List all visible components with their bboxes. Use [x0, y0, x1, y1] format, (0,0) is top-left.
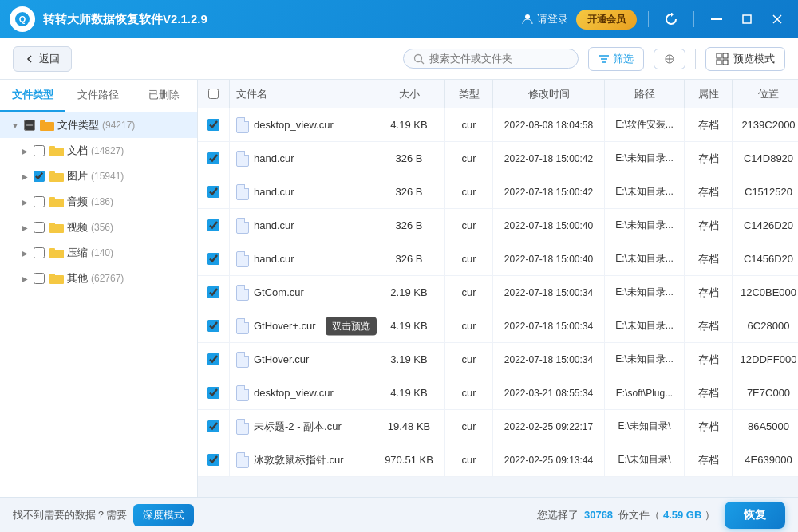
- filter-button[interactable]: 筛选: [588, 47, 644, 71]
- tree-item-img[interactable]: ▶ 图片 (15941): [0, 164, 197, 189]
- table-row[interactable]: hand.cur 326 B cur 2022-07-18 15:00:42 E…: [198, 142, 798, 175]
- tree-item-doc[interactable]: ▶ 文档 (14827): [0, 138, 197, 164]
- row-type-8: cur: [445, 376, 493, 409]
- row-checkbox-5[interactable]: [207, 286, 219, 298]
- table-row[interactable]: hand.cur 326 B cur 2022-07-18 15:00:40 E…: [198, 242, 798, 276]
- row-size-0: 4.19 KB: [373, 108, 445, 141]
- table-row[interactable]: desktop_view.cur 4.19 KB cur 2022-03-21 …: [198, 376, 798, 410]
- app-logo: Q: [10, 6, 35, 32]
- arrow-img: ▶: [19, 171, 30, 182]
- row-checkbox-4[interactable]: [207, 253, 219, 265]
- row-name-5: GtCom.cur: [230, 276, 373, 309]
- row-size-7: 3.19 KB: [373, 343, 445, 376]
- file-icon-2: [236, 184, 249, 200]
- minimize-button[interactable]: [705, 8, 728, 30]
- tab-deleted[interactable]: 已删除: [132, 80, 197, 112]
- row-name-2: hand.cur: [230, 175, 373, 208]
- check-audio[interactable]: [34, 196, 45, 207]
- row-check-2[interactable]: [198, 175, 230, 208]
- filename-7: GtHover.cur: [254, 353, 309, 365]
- titlebar-right: 请登录 开通会员: [521, 8, 788, 30]
- file-icon-4: [236, 251, 249, 267]
- select-all-checkbox[interactable]: [208, 89, 219, 99]
- row-checkbox-6[interactable]: [207, 320, 219, 332]
- row-time-7: 2022-07-18 15:00:34: [493, 343, 605, 376]
- maximize-button[interactable]: [736, 8, 758, 30]
- row-checkbox-7[interactable]: [207, 353, 219, 365]
- selected-size: 4.59 GB: [663, 509, 701, 521]
- arrow-doc: ▶: [19, 145, 30, 156]
- tree-item-other[interactable]: ▶ 其他 (62767): [0, 266, 197, 291]
- row-type-10: cur: [445, 443, 493, 476]
- row-name-0: desktop_view.cur: [230, 108, 373, 141]
- row-checkbox-2[interactable]: [207, 186, 219, 198]
- selected-unit: 份文件（: [618, 509, 660, 521]
- table-row[interactable]: GtCom.cur 2.19 KB cur 2022-07-18 15:00:3…: [198, 276, 798, 309]
- row-check-4[interactable]: [198, 242, 230, 275]
- row-attr-1: 存档: [685, 142, 733, 175]
- row-check-6[interactable]: [198, 309, 230, 342]
- preview-mode-button[interactable]: 预览模式: [705, 47, 785, 71]
- tree-item-video[interactable]: ▶ 视频 (356): [0, 215, 197, 240]
- check-other[interactable]: [34, 273, 45, 284]
- th-time: 修改时间: [493, 80, 605, 108]
- refresh-button[interactable]: [660, 8, 682, 30]
- row-check-8[interactable]: [198, 376, 230, 409]
- back-button[interactable]: 返回: [13, 46, 72, 72]
- row-check-5[interactable]: [198, 276, 230, 309]
- row-checkbox-3[interactable]: [207, 219, 219, 231]
- tree-item-root[interactable]: ▼ 文件类型 (94217): [0, 112, 197, 138]
- tree-label-doc: 文档: [67, 144, 88, 158]
- row-pos-1: C14D8920: [733, 142, 798, 175]
- row-check-9[interactable]: [198, 410, 230, 443]
- table-row[interactable]: 冰敦敦鼠标指针.cur 970.51 KB cur 2022-02-25 09:…: [198, 443, 798, 477]
- svg-rect-19: [49, 146, 55, 149]
- row-checkbox-1[interactable]: [207, 152, 219, 164]
- tree-item-audio[interactable]: ▶ 音频 (186): [0, 189, 197, 215]
- row-time-10: 2022-02-25 09:13:44: [493, 443, 605, 476]
- row-check-1[interactable]: [198, 142, 230, 175]
- check-video[interactable]: [34, 222, 45, 233]
- check-root[interactable]: [24, 120, 35, 131]
- row-type-0: cur: [445, 108, 493, 141]
- row-size-4: 326 B: [373, 242, 445, 275]
- row-path-0: E:\软件安装...: [605, 108, 685, 141]
- check-doc[interactable]: [34, 145, 45, 156]
- close-button[interactable]: [766, 8, 788, 30]
- tree-count-doc: (14827): [91, 145, 124, 156]
- row-path-10: E:\未知目录\: [605, 443, 685, 476]
- search-input[interactable]: [429, 53, 549, 65]
- row-pos-0: 2139C2000: [733, 108, 798, 141]
- row-checkbox-10[interactable]: [207, 454, 219, 466]
- row-checkbox-0[interactable]: [207, 119, 219, 131]
- row-checkbox-9[interactable]: [207, 420, 219, 432]
- table-row[interactable]: 未标题-2 - 副本.cur 19.48 KB cur 2022-02-25 0…: [198, 410, 798, 443]
- row-name-9: 未标题-2 - 副本.cur: [230, 410, 373, 443]
- check-compress[interactable]: [34, 247, 45, 258]
- table-row[interactable]: hand.cur 326 B cur 2022-07-18 15:00:42 E…: [198, 175, 798, 209]
- tab-file-type[interactable]: 文件类型: [0, 80, 65, 112]
- table-row[interactable]: hand.cur 326 B cur 2022-07-18 15:00:40 E…: [198, 209, 798, 242]
- tab-file-path[interactable]: 文件路径: [65, 80, 131, 112]
- table-row[interactable]: desktop_view.cur 4.19 KB cur 2022-08-08 …: [198, 108, 798, 142]
- tree-count-video: (356): [91, 222, 113, 233]
- tree-count-other: (62767): [91, 273, 124, 284]
- filename-1: hand.cur: [254, 152, 294, 164]
- row-check-0[interactable]: [198, 108, 230, 141]
- row-check-3[interactable]: [198, 209, 230, 242]
- scan-button[interactable]: [654, 49, 685, 69]
- login-button[interactable]: 请登录: [521, 12, 568, 26]
- table-row[interactable]: GtHover.cur 3.19 KB cur 2022-07-18 15:00…: [198, 343, 798, 376]
- vip-button[interactable]: 开通会员: [576, 10, 637, 30]
- row-check-10[interactable]: [198, 443, 230, 476]
- table-row[interactable]: GtHover+.cur 双击预览 4.19 KB cur 2022-07-18…: [198, 309, 798, 343]
- search-box[interactable]: [403, 49, 579, 69]
- th-attr: 属性: [685, 80, 733, 108]
- recover-button[interactable]: 恢复: [725, 502, 785, 529]
- check-img[interactable]: [34, 171, 45, 182]
- th-size: 大小: [373, 80, 445, 108]
- row-checkbox-8[interactable]: [207, 387, 219, 399]
- row-check-7[interactable]: [198, 343, 230, 376]
- tree-item-compress[interactable]: ▶ 压缩 (140): [0, 240, 197, 266]
- deep-mode-button[interactable]: 深度模式: [133, 504, 194, 526]
